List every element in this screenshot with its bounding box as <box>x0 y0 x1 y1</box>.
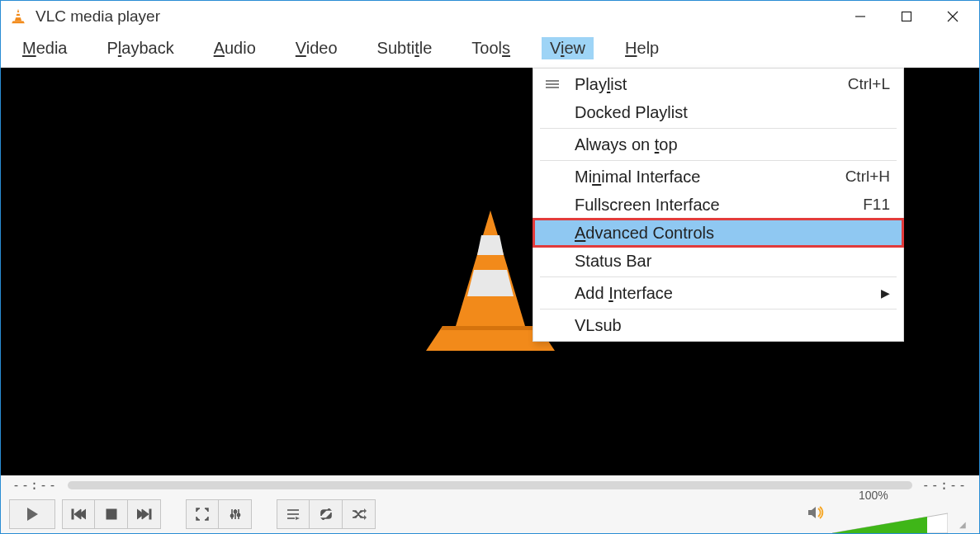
next-button[interactable] <box>128 499 161 529</box>
seek-bar-row: --:-- --:-- <box>1 475 979 495</box>
svg-marker-34 <box>364 508 367 513</box>
svg-rect-20 <box>107 509 116 519</box>
toggle-playlist-button[interactable] <box>277 499 310 529</box>
svg-marker-36 <box>808 507 816 518</box>
menu-item-label: Minimal Interface <box>575 168 845 187</box>
menu-item-label: Docked Playlist <box>575 103 890 122</box>
svg-point-27 <box>230 514 233 517</box>
svg-rect-23 <box>149 509 151 519</box>
svg-rect-2 <box>16 16 21 17</box>
menu-separator <box>540 160 897 161</box>
menu-separator <box>540 276 897 277</box>
submenu-arrow-icon: ▶ <box>881 286 890 300</box>
video-area: PlaylistCtrl+LDocked PlaylistAlways on t… <box>1 68 979 475</box>
svg-point-29 <box>237 513 239 516</box>
menu-item-always-on-top[interactable]: Always on top <box>533 130 903 158</box>
close-button[interactable] <box>930 2 976 31</box>
menu-item-minimal-interface[interactable]: Minimal InterfaceCtrl+H <box>533 163 903 191</box>
svg-point-28 <box>234 510 236 513</box>
svg-marker-33 <box>296 517 300 520</box>
menu-playback[interactable]: Playback <box>98 37 182 59</box>
playlist-icon <box>545 79 575 89</box>
svg-marker-10 <box>467 270 514 296</box>
extended-settings-button[interactable] <box>219 499 252 529</box>
svg-rect-5 <box>902 12 911 21</box>
svg-marker-8 <box>456 210 525 326</box>
time-remaining: --:-- <box>922 478 968 493</box>
svg-marker-0 <box>15 9 21 21</box>
menu-item-shortcut: Ctrl+L <box>848 75 890 93</box>
svg-marker-38 <box>832 517 927 533</box>
svg-marker-12 <box>441 326 540 330</box>
time-elapsed: --:-- <box>12 478 58 493</box>
menu-item-docked-playlist[interactable]: Docked Playlist <box>533 98 903 126</box>
menu-item-add-interface[interactable]: Add Interface▶ <box>533 279 903 307</box>
menu-item-label: Fullscreen Interface <box>575 196 863 215</box>
menu-item-label: Advanced Controls <box>575 224 890 243</box>
menu-item-label: Playlist <box>575 75 848 94</box>
play-button[interactable] <box>9 499 55 529</box>
nav-group <box>62 499 161 529</box>
speaker-icon[interactable] <box>807 505 826 524</box>
view-menu-dropdown: PlaylistCtrl+LDocked PlaylistAlways on t… <box>533 68 904 342</box>
loop-button[interactable] <box>310 499 343 529</box>
menu-subtitle[interactable]: Subtitle <box>369 37 441 59</box>
playlist-group <box>277 499 376 529</box>
menu-help[interactable]: Help <box>617 37 667 59</box>
menu-item-vlsub[interactable]: VLsub <box>533 311 903 339</box>
volume-slider[interactable] <box>832 512 948 535</box>
menu-item-status-bar[interactable]: Status Bar <box>533 247 903 275</box>
svg-marker-35 <box>364 515 367 520</box>
menu-separator <box>540 309 897 310</box>
window-title: VLC media player <box>36 7 160 26</box>
view-group <box>186 499 252 529</box>
svg-marker-9 <box>477 235 504 255</box>
menu-item-advanced-controls[interactable]: Advanced Controls <box>533 219 903 247</box>
menu-item-label: Add Interface <box>575 284 881 303</box>
svg-marker-22 <box>142 509 149 519</box>
menu-bar: MediaPlaybackAudioVideoSubtitleToolsView… <box>1 32 979 68</box>
previous-button[interactable] <box>62 499 95 529</box>
svg-rect-1 <box>17 12 20 14</box>
menu-tools[interactable]: Tools <box>463 37 518 59</box>
seek-slider[interactable] <box>68 481 912 489</box>
volume-area: 100% ◢ <box>807 494 971 535</box>
controls-row: 100% ◢ <box>1 495 979 533</box>
shuffle-button[interactable] <box>343 499 376 529</box>
volume-label: 100% <box>859 489 888 502</box>
menu-separator <box>540 128 897 129</box>
menu-item-playlist[interactable]: PlaylistCtrl+L <box>533 70 903 98</box>
menu-view[interactable]: View <box>542 37 594 59</box>
menu-video[interactable]: Video <box>287 37 346 59</box>
menu-item-shortcut: Ctrl+H <box>845 168 890 186</box>
title-bar: VLC media player <box>1 1 979 32</box>
menu-item-fullscreen-interface[interactable]: Fullscreen InterfaceF11 <box>533 191 903 219</box>
menu-item-shortcut: F11 <box>863 196 890 214</box>
resize-grip-icon[interactable]: ◢ <box>959 520 971 532</box>
menu-audio[interactable]: Audio <box>206 37 264 59</box>
menu-item-label: VLsub <box>575 316 890 335</box>
stop-button[interactable] <box>95 499 128 529</box>
menu-media[interactable]: Media <box>14 37 75 59</box>
maximize-button[interactable] <box>883 2 930 31</box>
svg-marker-16 <box>27 508 38 521</box>
minimize-button[interactable] <box>837 2 883 31</box>
window-controls <box>837 2 976 31</box>
menu-item-label: Always on top <box>575 135 890 154</box>
menu-item-label: Status Bar <box>575 252 890 271</box>
svg-marker-3 <box>12 21 25 24</box>
fullscreen-button[interactable] <box>186 499 219 529</box>
vlc-cone-icon <box>9 7 27 26</box>
svg-rect-17 <box>72 509 73 519</box>
